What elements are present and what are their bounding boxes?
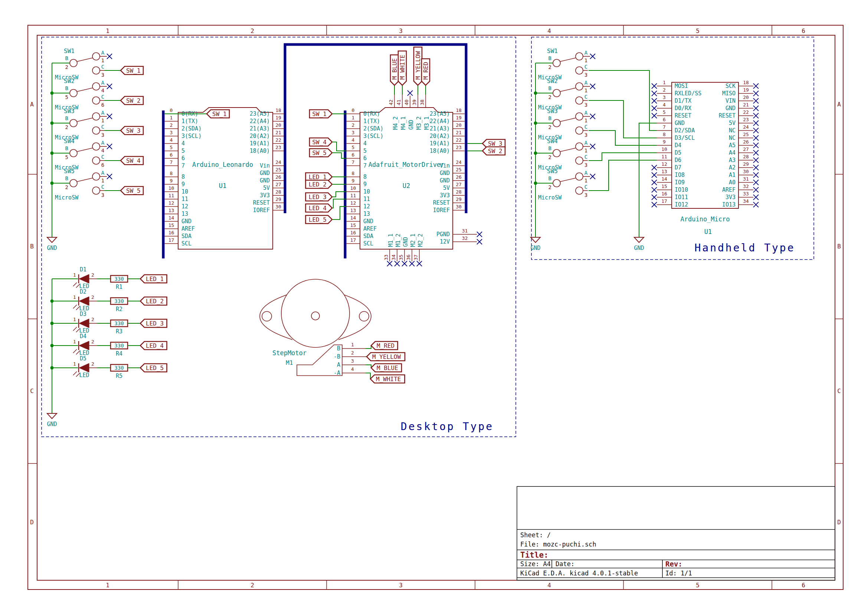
pin-number: 21 (275, 130, 281, 135)
pin-name: IO12 (675, 202, 688, 208)
global-label-text: SW_2 (126, 97, 141, 104)
column-label: 6 (801, 582, 805, 589)
pin-name: B (549, 85, 551, 91)
pin-number: 1 (73, 316, 76, 322)
pin-number: 29 (743, 161, 749, 167)
pin-name: 12V (440, 239, 450, 245)
pin-number: 17 (168, 237, 174, 243)
pin-number: 2 (91, 361, 94, 367)
pin-number: 13 (168, 208, 174, 213)
pin-number: 24 (275, 160, 281, 165)
resistor-ref: R3 (116, 328, 123, 335)
schematic-canvas: 112233445566AABBCCDD SW1MicroSWB2A1C3SW_… (0, 0, 868, 614)
column-label: 3 (399, 28, 403, 34)
pin-number: 28 (743, 154, 749, 160)
pin-number: 26 (456, 174, 462, 180)
junction (50, 152, 54, 155)
pin-name: RESET (719, 112, 736, 119)
switch-pad (70, 59, 77, 67)
pin-number: 10 (350, 185, 356, 191)
pin-number: 4 (663, 102, 666, 107)
resistor-ref: R5 (116, 373, 123, 379)
component-ref: D1 (80, 266, 87, 273)
resistor-value: 330 (114, 298, 124, 304)
pin-number: 2 (91, 339, 94, 344)
pin-name: NC (729, 135, 736, 141)
pin-name: A (585, 50, 588, 56)
title-block-sheet: Sheet: / (520, 531, 551, 539)
pin-name: 2(SDA) (182, 125, 202, 132)
pin-number: 3 (585, 192, 588, 198)
switch-pad (553, 119, 560, 127)
component-value: StepMotor (272, 349, 306, 357)
motor-hole (262, 312, 272, 321)
pin-number: 27 (456, 182, 462, 187)
pin-number: 30 (743, 169, 749, 174)
pin-number: 1 (73, 339, 76, 344)
pin-name: M3_2 (415, 116, 422, 130)
pin-name: SCK (725, 83, 736, 89)
pin-name: VIN (725, 98, 736, 104)
pin-number: 10 (661, 146, 667, 152)
pin-name: B (549, 55, 551, 61)
resistor-value: 330 (114, 365, 124, 371)
column-label: 6 (801, 28, 805, 34)
row-label: C (30, 388, 34, 394)
switch-contact (77, 148, 93, 152)
resistor-ref: R1 (116, 284, 123, 290)
row-label: B (837, 243, 841, 250)
pin-number: 20 (743, 95, 749, 100)
global-label-text: LED_1 (309, 174, 327, 181)
pin-number: 23 (743, 117, 749, 122)
switch-contact (77, 88, 93, 91)
pin-number: 2 (549, 94, 551, 100)
led-triangle (79, 274, 89, 283)
component-ref: SW5 (547, 167, 558, 175)
switch-pad (576, 187, 583, 194)
pin-name: C (101, 124, 104, 130)
gnd-label: GND (634, 245, 644, 251)
pin-number: 9 (170, 178, 173, 183)
pin-name: M1_1 (387, 234, 394, 247)
gnd-symbol (47, 413, 57, 419)
pin-number: 21 (456, 130, 462, 135)
pin-number: 5 (663, 109, 666, 115)
component-ref: SW3 (547, 107, 558, 115)
global-label-text: LED_4 (146, 342, 164, 349)
pin-name: D6 (675, 157, 681, 163)
pin-name: GND (408, 120, 415, 130)
pin-number: 9 (663, 139, 666, 144)
global-label-text: M_BLUE (391, 58, 398, 80)
pin-number: 1 (101, 178, 104, 183)
pin-number: 33 (743, 191, 749, 197)
pin-number: 36 (406, 254, 411, 260)
switch-pad (553, 180, 560, 187)
pin-number: 3 (585, 132, 588, 138)
pin-name: 9 (182, 181, 185, 188)
pin-number: 2 (91, 272, 94, 278)
pin-number: 2 (91, 316, 94, 322)
pin-name: 21(A3) (250, 125, 270, 132)
pin-number: 20 (275, 122, 281, 128)
pin-number: 0 (352, 107, 355, 113)
pin-number: 14 (661, 176, 667, 182)
pin-number: 1 (352, 115, 355, 121)
pin-number: 28 (275, 189, 281, 195)
pin-number: 32 (462, 236, 468, 241)
pin-name: 5 (363, 147, 367, 154)
switch-pad (92, 173, 100, 180)
junction (534, 91, 537, 95)
pin-number: 12 (661, 161, 667, 167)
pin-number: 15 (350, 222, 356, 228)
pin-number: 3 (170, 130, 173, 135)
pin-number: 9 (352, 178, 355, 183)
pin-number: 3 (663, 95, 666, 100)
pin-number: 8 (170, 171, 173, 176)
column-label: 4 (548, 28, 551, 34)
pin-name: GND (440, 177, 450, 184)
pin-number: 29 (456, 197, 462, 202)
pin-name: 4 (182, 140, 185, 147)
component-value: MicroSW (538, 194, 562, 201)
pin-number: 2 (352, 122, 355, 128)
pin-name: D0/RX (675, 105, 691, 112)
